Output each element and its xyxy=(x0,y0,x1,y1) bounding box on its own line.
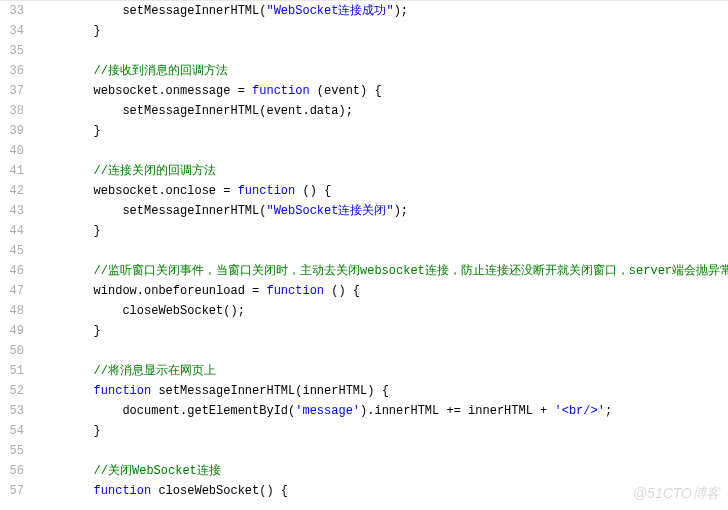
code-line: } xyxy=(36,221,728,241)
code-line: } xyxy=(36,121,728,141)
token-comment: //将消息显示在网页上 xyxy=(94,364,216,378)
line-number: 49 xyxy=(0,321,24,341)
line-number: 46 xyxy=(0,261,24,281)
line-number: 36 xyxy=(0,61,24,81)
code-line: function closeWebSocket() { xyxy=(36,481,728,501)
code-line: //关闭WebSocket连接 xyxy=(36,461,728,481)
token-plain: } xyxy=(94,124,101,138)
token-comment: //连接关闭的回调方法 xyxy=(94,164,216,178)
code-line: closeWebSocket(); xyxy=(36,301,728,321)
code-line: websocket.onclose = function () { xyxy=(36,181,728,201)
token-plain: } xyxy=(94,324,101,338)
line-number: 47 xyxy=(0,281,24,301)
code-editor: 3334353637383940414243444546474849505152… xyxy=(0,0,728,501)
code-line: setMessageInnerHTML("WebSocket连接关闭"); xyxy=(36,201,728,221)
token-plain: ; xyxy=(605,404,612,418)
code-line xyxy=(36,341,728,361)
line-number: 44 xyxy=(0,221,24,241)
token-plain: () { xyxy=(324,284,360,298)
token-string: 'message' xyxy=(295,404,360,418)
line-number: 37 xyxy=(0,81,24,101)
line-number: 43 xyxy=(0,201,24,221)
token-comment: //接收到消息的回调方法 xyxy=(94,64,228,78)
code-line xyxy=(36,441,728,461)
line-number: 38 xyxy=(0,101,24,121)
token-string: "WebSocket连接关闭" xyxy=(266,204,393,218)
code-line: window.onbeforeunload = function () { xyxy=(36,281,728,301)
token-plain: closeWebSocket(); xyxy=(122,304,244,318)
token-plain: setMessageInnerHTML(innerHTML) { xyxy=(151,384,389,398)
line-number: 41 xyxy=(0,161,24,181)
token-plain: websocket.onmessage = xyxy=(94,84,252,98)
token-keyword: function xyxy=(94,484,152,498)
token-plain: } xyxy=(94,424,101,438)
code-line xyxy=(36,41,728,61)
line-number: 48 xyxy=(0,301,24,321)
token-plain: (event) { xyxy=(310,84,382,98)
code-line: function setMessageInnerHTML(innerHTML) … xyxy=(36,381,728,401)
line-number: 33 xyxy=(0,1,24,21)
token-plain: setMessageInnerHTML( xyxy=(122,204,266,218)
token-plain: setMessageInnerHTML( xyxy=(122,4,266,18)
code-line: //监听窗口关闭事件，当窗口关闭时，主动去关闭websocket连接，防止连接还… xyxy=(36,261,728,281)
line-number: 45 xyxy=(0,241,24,261)
code-line: setMessageInnerHTML("WebSocket连接成功"); xyxy=(36,1,728,21)
token-plain: ); xyxy=(394,4,408,18)
line-number: 42 xyxy=(0,181,24,201)
token-plain: } xyxy=(94,24,101,38)
watermark: @51CTO博客 xyxy=(633,482,720,506)
line-number: 55 xyxy=(0,441,24,461)
code-line: websocket.onmessage = function (event) { xyxy=(36,81,728,101)
line-number: 57 xyxy=(0,481,24,501)
token-keyword: function xyxy=(94,384,152,398)
code-line xyxy=(36,141,728,161)
code-line: } xyxy=(36,421,728,441)
token-plain: } xyxy=(94,224,101,238)
token-plain: window.onbeforeunload = xyxy=(94,284,267,298)
code-line: } xyxy=(36,21,728,41)
token-comment: //关闭WebSocket连接 xyxy=(94,464,221,478)
line-number: 34 xyxy=(0,21,24,41)
token-plain: ).innerHTML += innerHTML + xyxy=(360,404,554,418)
line-number: 39 xyxy=(0,121,24,141)
code-line: } xyxy=(36,321,728,341)
code-line: //将消息显示在网页上 xyxy=(36,361,728,381)
token-comment: //监听窗口关闭事件，当窗口关闭时，主动去关闭websocket连接，防止连接还… xyxy=(94,264,728,278)
code-content[interactable]: setMessageInnerHTML("WebSocket连接成功"); } … xyxy=(32,1,728,501)
code-line: //接收到消息的回调方法 xyxy=(36,61,728,81)
line-number: 53 xyxy=(0,401,24,421)
line-number: 50 xyxy=(0,341,24,361)
line-number-gutter: 3334353637383940414243444546474849505152… xyxy=(0,1,32,501)
code-line: setMessageInnerHTML(event.data); xyxy=(36,101,728,121)
line-number: 56 xyxy=(0,461,24,481)
token-keyword: function xyxy=(238,184,296,198)
token-plain: closeWebSocket() { xyxy=(151,484,288,498)
line-number: 40 xyxy=(0,141,24,161)
token-plain: ); xyxy=(394,204,408,218)
token-plain: document.getElementById( xyxy=(122,404,295,418)
line-number: 35 xyxy=(0,41,24,61)
code-line: //连接关闭的回调方法 xyxy=(36,161,728,181)
token-plain: websocket.onclose = xyxy=(94,184,238,198)
token-keyword: function xyxy=(266,284,324,298)
token-keyword: function xyxy=(252,84,310,98)
line-number: 52 xyxy=(0,381,24,401)
token-plain: () { xyxy=(295,184,331,198)
token-string: '<br/>' xyxy=(555,404,605,418)
code-line: document.getElementById('message').inner… xyxy=(36,401,728,421)
token-string: "WebSocket连接成功" xyxy=(266,4,393,18)
code-line xyxy=(36,241,728,261)
line-number: 54 xyxy=(0,421,24,441)
token-plain: setMessageInnerHTML(event.data); xyxy=(122,104,352,118)
line-number: 51 xyxy=(0,361,24,381)
